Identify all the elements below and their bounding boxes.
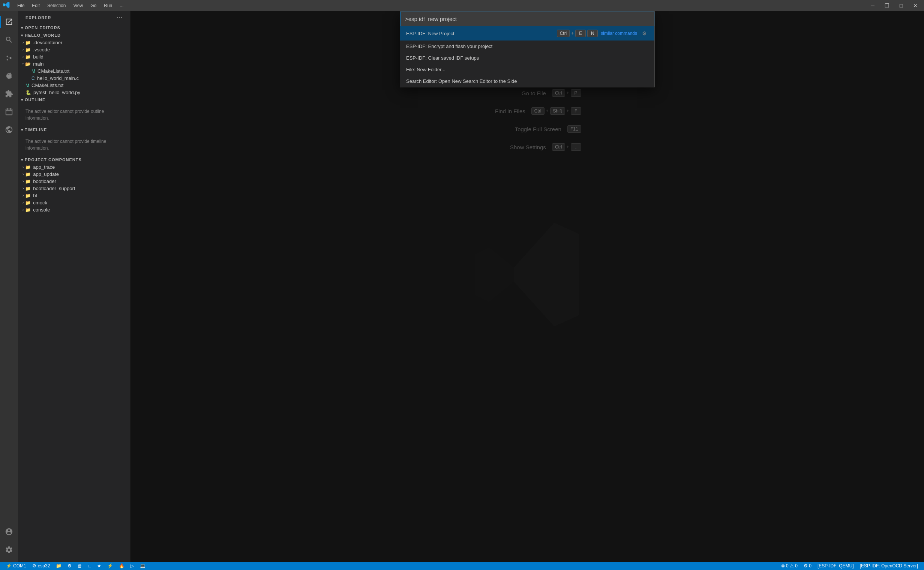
activity-explorer-icon[interactable] [0, 13, 18, 31]
tree-item-label: CMakeLists.txt [32, 83, 63, 88]
outline-section-header[interactable]: ▾ OUTLINE [18, 96, 130, 104]
menu-more[interactable]: ... [116, 2, 126, 9]
command-item-left: ESP-IDF: New Project [406, 31, 557, 36]
activity-source-control-icon[interactable] [0, 49, 18, 67]
command-item-search-editor[interactable]: Search Editor: Open New Search Editor to… [400, 75, 654, 87]
outline-placeholder: The active editor cannot provide outline… [18, 104, 130, 126]
activity-search-icon[interactable] [0, 31, 18, 49]
sidebar-title: EXPLORER [26, 15, 51, 20]
key-ctrl: Ctrl [557, 30, 570, 37]
status-item-info[interactable]: ⚙ 0 [801, 562, 815, 570]
tree-item-cmakelists-main[interactable]: M CMakeLists.txt [18, 67, 130, 75]
timeline-section-header[interactable]: ▾ TIMELINE [18, 126, 130, 133]
tree-item-label: main [33, 61, 43, 67]
folder-icon: 📁 [25, 54, 31, 60]
info-label: ⚙ 0 [804, 563, 812, 568]
folder-open-chevron-icon: › [21, 63, 25, 64]
status-item-device[interactable]: ⚙ esp32 [29, 562, 53, 570]
tree-item-build[interactable]: › 📁 build [18, 53, 130, 60]
status-bar: ⚡ COM1 ⚙ esp32 📁 ⚙ 🗑 □ ★ ⚡ 🔥 ▷ [0, 562, 924, 570]
tree-item-label: build [33, 54, 43, 60]
menu-edit[interactable]: Edit [29, 2, 43, 9]
tree-item-label: console [33, 207, 50, 213]
folder-open-icon: 📂 [25, 61, 31, 67]
command-item-clear-idf[interactable]: ESP-IDF: Clear saved IDF setups [400, 52, 654, 64]
tree-item-bt[interactable]: › 📁 bt [18, 192, 130, 199]
status-item-page[interactable]: □ [85, 562, 94, 570]
activity-settings-icon[interactable] [0, 541, 18, 559]
status-bar-right: ⊗ 0 ⚠ 0 ⚙ 0 [ESP-IDF: QEMU] [ESP-IDF: Op… [778, 562, 921, 570]
tree-item-label: .devcontainer [33, 40, 62, 45]
status-item-settings[interactable]: ⚙ [64, 562, 75, 570]
menu-view[interactable]: View [70, 2, 86, 9]
folder-chevron-icon: › [23, 40, 24, 44]
status-item-fire[interactable]: 🔥 [116, 562, 127, 570]
star-status-icon: ★ [97, 563, 101, 568]
activity-bar-bottom [0, 523, 18, 562]
status-item-delete[interactable]: 🗑 [75, 562, 85, 570]
window-restore-button[interactable]: ❐ [881, 0, 892, 11]
settings-status-icon: ⚙ [67, 563, 72, 568]
command-item-right: Ctrl + E N similar commands ⚙ [557, 29, 648, 37]
tree-item-hello-world-main-c[interactable]: C hello_world_main.c [18, 75, 130, 82]
menu-selection[interactable]: Selection [44, 2, 69, 9]
sidebar-more-icon[interactable]: ··· [116, 14, 123, 21]
command-palette-overlay: ESP-IDF: New Project Ctrl + E N similar … [130, 11, 924, 562]
command-label: File: New Folder... [406, 67, 446, 72]
activity-accounts-icon[interactable] [0, 523, 18, 541]
status-item-errors[interactable]: ⊗ 0 ⚠ 0 [778, 562, 801, 570]
tree-item-bootloader[interactable]: › 📁 bootloader [18, 178, 130, 185]
sidebar: EXPLORER ··· ▾ OPEN EDITORS ▾ HELLO_WORL… [18, 11, 130, 562]
command-item-encrypt-flash[interactable]: ESP-IDF: Encrypt and flash your project [400, 40, 654, 52]
command-item-left: ESP-IDF: Clear saved IDF setups [406, 55, 648, 61]
status-item-esp-idf-openocd[interactable]: [ESP-IDF: OpenOCD Server] [857, 562, 921, 570]
status-item-port[interactable]: ⚡ COM1 [3, 562, 29, 570]
hello-world-section-header[interactable]: ▾ HELLO_WORLD [18, 32, 130, 39]
tree-item-bootloader-support[interactable]: › 📁 bootloader_support [18, 185, 130, 192]
tree-item-app-trace[interactable]: › 📁 app_trace [18, 164, 130, 171]
menu-file[interactable]: File [14, 2, 28, 9]
similar-commands-link[interactable]: similar commands [601, 31, 637, 36]
command-item-new-project[interactable]: ESP-IDF: New Project Ctrl + E N similar … [400, 26, 654, 40]
activity-testing-icon[interactable] [0, 103, 18, 121]
tree-item-pytest[interactable]: 🐍 pytest_hello_world.py [18, 89, 130, 96]
folder-chevron-icon: › [23, 55, 24, 59]
py-file-icon: 🐍 [26, 90, 31, 95]
command-item-left: File: New Folder... [406, 67, 648, 72]
status-item-esp-idf-qemu[interactable]: [ESP-IDF: QEMU] [815, 562, 857, 570]
window-maximize-button[interactable]: □ [895, 0, 907, 11]
tree-item-console[interactable]: › 📁 console [18, 206, 130, 213]
tree-item-app-update[interactable]: › 📁 app_update [18, 171, 130, 178]
tree-item-label: cmock [33, 200, 47, 205]
command-gear-icon[interactable]: ⚙ [640, 29, 648, 37]
status-item-monitor[interactable]: 💻 [137, 562, 149, 570]
tree-item-cmock[interactable]: › 📁 cmock [18, 199, 130, 206]
window-minimize-button[interactable]: ─ [867, 0, 878, 11]
activity-extensions-icon[interactable] [0, 85, 18, 103]
project-components-chevron-icon: ▾ [21, 158, 23, 162]
activity-remote-explorer-icon[interactable] [0, 121, 18, 139]
command-item-new-folder[interactable]: File: New Folder... [400, 64, 654, 75]
tree-item-devcontainer[interactable]: › 📁 .devcontainer [18, 39, 130, 46]
tree-item-main[interactable]: › 📂 main [18, 60, 130, 67]
menu-run[interactable]: Run [101, 2, 115, 9]
folder-icon: 📁 [25, 172, 31, 177]
status-item-play[interactable]: ▷ [127, 562, 137, 570]
tree-item-cmakelists-root[interactable]: M CMakeLists.txt [18, 82, 130, 89]
status-item-star[interactable]: ★ [94, 562, 104, 570]
window-close-button[interactable]: ✕ [910, 0, 921, 11]
key-e: E [575, 30, 586, 37]
command-palette-input[interactable] [400, 12, 654, 26]
tree-item-vscode[interactable]: › 📁 .vscode [18, 46, 130, 53]
command-item-left: Search Editor: Open New Search Editor to… [406, 78, 648, 84]
titlebar-menu: File Edit Selection View Go Run ... [14, 2, 126, 9]
editor-area: Show All Commands Ctrl + Shift + P Go to… [130, 11, 924, 562]
monitor-status-icon: 💻 [140, 563, 146, 568]
activity-run-debug-icon[interactable] [0, 67, 18, 85]
menu-go[interactable]: Go [87, 2, 100, 9]
status-item-folder[interactable]: 📁 [53, 562, 64, 570]
port-label: COM1 [13, 563, 26, 568]
project-components-section-header[interactable]: ▾ PROJECT COMPONENTS [18, 156, 130, 164]
open-editors-section-header[interactable]: ▾ OPEN EDITORS [18, 24, 130, 32]
status-item-flash[interactable]: ⚡ [104, 562, 116, 570]
